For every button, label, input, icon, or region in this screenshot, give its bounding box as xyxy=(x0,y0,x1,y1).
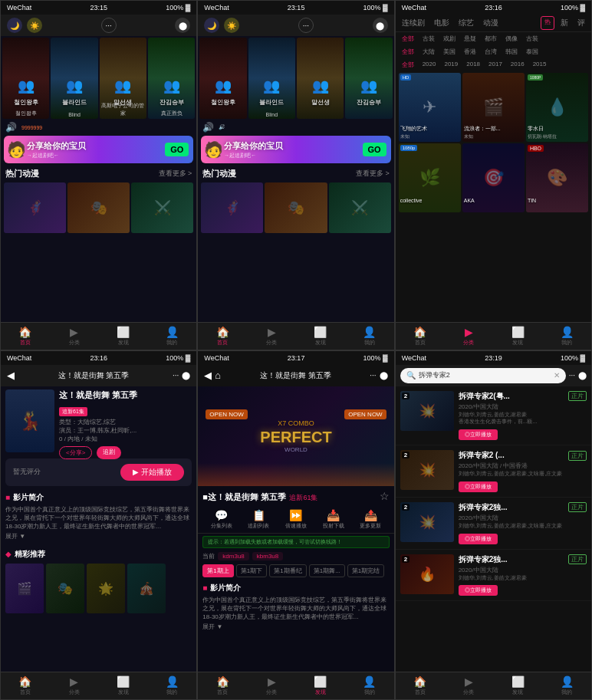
filter-all-2[interactable]: 全部 xyxy=(399,47,417,57)
movie-card-6[interactable]: 🎨 HBO TIN xyxy=(526,143,588,212)
poster-p2-1[interactable]: 👥 철인왕후 xyxy=(199,38,246,119)
expand-btn-4[interactable]: 展开 ▼ xyxy=(5,532,192,541)
result-item-4[interactable]: 2 🔥 拆弹专家2独... 正片 2020/中国大陆 刘德华,刘青云,姜皓文,谢… xyxy=(396,550,591,602)
action-speed-5[interactable]: ⏩ 倍速播放 xyxy=(285,509,307,530)
close-btn-4[interactable]: ⬤ xyxy=(182,371,190,380)
tab-drama[interactable]: 连续剧 xyxy=(399,16,428,30)
filter-mystery[interactable]: 悬疑 xyxy=(461,34,479,44)
source-btn-kbm-5[interactable]: kbm3u8 xyxy=(252,552,283,560)
bottom-nav-discover-2[interactable]: ⬜ 发现 xyxy=(296,323,345,350)
bottom-nav-cat-6[interactable]: ▶ 分类 xyxy=(445,672,494,699)
bottom-nav-cat-1[interactable]: ▶ 分类 xyxy=(50,323,99,350)
filter-ancient[interactable]: 古装 xyxy=(419,34,438,44)
sun-icon[interactable]: ☀️ xyxy=(27,18,42,33)
video-player-5[interactable]: X7 COMBO PERFECT WORLD OPEN NOW OPEN NOW xyxy=(198,386,393,486)
home-btn-5[interactable]: ⌂ xyxy=(215,370,221,381)
bottom-nav-user-3[interactable]: 👤 我的 xyxy=(542,323,591,350)
search-clear-6[interactable]: ✕ xyxy=(554,371,560,380)
close-btn-6[interactable]: ⬤ xyxy=(578,371,587,380)
close-btn-5[interactable]: ⬤ xyxy=(380,371,388,380)
more-btn-5[interactable]: ··· xyxy=(370,371,376,380)
reco-thumb-4[interactable]: 🎪 xyxy=(127,564,166,613)
movie-card-2[interactable]: 🎬 流浪者：一部... 未知 xyxy=(462,73,525,142)
back-btn-4[interactable]: ◀ xyxy=(7,370,15,381)
ep-chip-5-5[interactable]: 第1期完结 xyxy=(347,564,384,577)
tab-anime[interactable]: 动漫 xyxy=(480,16,502,30)
reco-thumb-3[interactable]: 🌟 xyxy=(87,564,125,613)
action-share-5[interactable]: 💬 分集列表 xyxy=(211,509,232,530)
filter-city[interactable]: 都市 xyxy=(482,34,500,44)
bottom-nav-cat-5[interactable]: ▶ 分类 xyxy=(247,672,296,699)
watch-btn-4[interactable]: 追剧 xyxy=(97,446,121,459)
ep-chip-2-5[interactable]: 第1期下 xyxy=(236,564,267,577)
filter-all-1[interactable]: 全部 xyxy=(399,34,417,44)
filter-2015[interactable]: 2015 xyxy=(530,60,550,70)
banner-2[interactable]: 🧑 分享给你的宝贝 →起追剧吧← GO xyxy=(201,136,390,163)
more-btn-4[interactable]: ··· xyxy=(173,371,179,380)
bottom-nav-cat-3[interactable]: ▶ 分类 xyxy=(445,323,494,350)
banner-go-1[interactable]: GO xyxy=(165,143,189,156)
bottom-nav-discover-4[interactable]: ⬜ 发现 xyxy=(99,672,148,699)
play-btn-4[interactable]: ▶ 开始播放 xyxy=(120,464,184,481)
bottom-nav-home-4[interactable]: 🏠 首页 xyxy=(1,672,50,699)
action-download-5[interactable]: 📥 投射下载 xyxy=(323,509,344,530)
circle-icon-1[interactable]: ⬤ xyxy=(175,18,190,33)
anime-thumb-1[interactable]: 🦸 xyxy=(4,182,66,233)
ep-chip-4-5[interactable]: 第1期舞... xyxy=(309,564,345,577)
moon-icon-2[interactable]: 🌙 xyxy=(204,18,219,33)
movie-card-1[interactable]: ✈ HD 飞翔的艺术 未知 xyxy=(399,73,461,142)
tab-movie[interactable]: 电影 xyxy=(431,16,452,30)
bottom-nav-discover-6[interactable]: ⬜ 发现 xyxy=(493,672,542,699)
section-more-1[interactable]: 查看更多 > xyxy=(159,169,192,179)
banner-1[interactable]: 🧑 分享给你的宝贝 →起追剧吧← GO xyxy=(4,136,193,163)
filter-idol[interactable]: 偶像 xyxy=(502,34,521,44)
search-input-box-6[interactable]: 🔍 拆弹专家2 ✕ xyxy=(400,368,566,383)
back-btn-5[interactable]: ◀ xyxy=(204,370,212,381)
filter-2018[interactable]: 2018 xyxy=(463,60,483,70)
result-item-2[interactable]: 2 💥 拆弹专家2 (... 正片 2020/中国大陆 / 中国香港 刘德华,刘… xyxy=(396,445,591,498)
banner-go-2[interactable]: GO xyxy=(363,143,386,156)
bottom-nav-home-3[interactable]: 🏠 首页 xyxy=(396,323,445,350)
filter-mainland[interactable]: 大陆 xyxy=(419,47,438,57)
bottom-nav-home-2[interactable]: 🏠 首页 xyxy=(198,323,247,350)
sort-rating[interactable]: 评 xyxy=(574,16,588,30)
bottom-nav-user-2[interactable]: 👤 我的 xyxy=(345,323,394,350)
more-icon-2[interactable]: ··· xyxy=(298,18,314,33)
action-more-5[interactable]: 📤 更多更新 xyxy=(360,509,381,530)
filter-tw[interactable]: 台湾 xyxy=(482,47,500,57)
result-play-btn-4[interactable]: ◎立即播放 xyxy=(459,585,498,596)
poster-p2-2[interactable]: 👥 블라인드 Blind xyxy=(248,38,295,119)
poster-p2-4[interactable]: 👥 잔김승부 xyxy=(345,38,392,119)
filter-2016[interactable]: 2016 xyxy=(508,60,528,70)
sun-icon-2[interactable]: ☀️ xyxy=(224,18,239,33)
bottom-nav-user-6[interactable]: 👤 我的 xyxy=(542,672,591,699)
filter-2019[interactable]: 2019 xyxy=(441,60,461,70)
sort-hot[interactable]: 热 xyxy=(541,16,554,30)
result-play-btn-2[interactable]: ◎立即播放 xyxy=(459,481,498,492)
movie-card-4[interactable]: 🌿 1080p collective xyxy=(399,143,461,212)
poster-drama-1[interactable]: 👥 철인왕후 철인왕후 xyxy=(2,38,49,119)
sort-new[interactable]: 新 xyxy=(557,16,571,30)
bottom-nav-discover-1[interactable]: ⬜ 发现 xyxy=(99,323,148,350)
more-btn-6[interactable]: ··· xyxy=(569,371,575,380)
bottom-nav-home-5[interactable]: 🏠 首页 xyxy=(198,672,247,699)
anime-thumb-p2-3[interactable]: ⚔️ xyxy=(329,182,391,233)
filter-us[interactable]: 美国 xyxy=(440,47,459,57)
filter-drama[interactable]: 戏剧 xyxy=(440,34,459,44)
tab-variety[interactable]: 综艺 xyxy=(456,16,477,30)
bottom-nav-user-5[interactable]: 👤 我的 xyxy=(345,672,394,699)
result-item-1[interactable]: 2 💥 拆弹专家2(粤... 正片 2020/中国大陆 刘德华,刘青云,姜皓文,… xyxy=(396,386,591,446)
movie-card-3[interactable]: 💧 1080P 零水日 切瓦朗·纳塔拉 xyxy=(526,73,588,142)
bottom-nav-discover-3[interactable]: ⬜ 发现 xyxy=(493,323,542,350)
poster-drama-3[interactable]: 👥 말선생 高斯电子公司的管家 xyxy=(100,38,146,119)
more-icon-1[interactable]: ··· xyxy=(101,18,117,33)
result-play-btn-1[interactable]: ◎立即播放 xyxy=(459,429,498,440)
source-btn-kdm-5[interactable]: kdm3u8 xyxy=(218,552,248,560)
anime-thumb-2[interactable]: 🎭 xyxy=(67,182,130,233)
star-icon-5[interactable]: ☆ xyxy=(380,490,390,502)
result-item-3[interactable]: 2 💥 拆弹专家2独... 正片 2020/中国大陆 刘德华,刘青云,姜皓文,谢… xyxy=(396,498,591,550)
reco-thumb-2[interactable]: 🎭 xyxy=(46,564,84,613)
filter-2017[interactable]: 2017 xyxy=(485,60,505,70)
poster-drama-2[interactable]: 👥 블라인드 Blind xyxy=(51,38,97,119)
anime-thumb-3[interactable]: ⚔️ xyxy=(131,182,193,233)
